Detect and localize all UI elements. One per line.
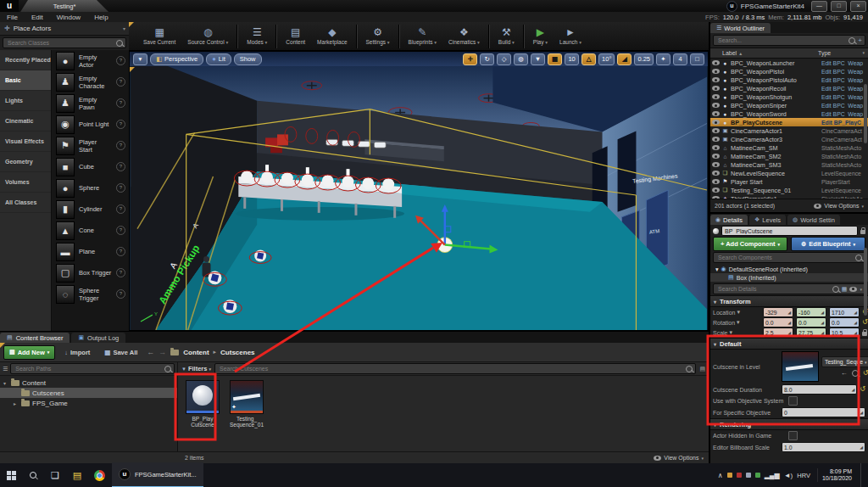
perspective-button[interactable]: ◧Perspective xyxy=(150,53,203,65)
twisty-icon[interactable]: ▸ xyxy=(14,400,19,406)
add-component-button[interactable]: + Add Component▾ xyxy=(713,237,787,251)
create-actor-icon[interactable]: + xyxy=(858,36,862,44)
tree-item-cutscenes[interactable]: Cutscenes xyxy=(0,388,177,398)
category-volumes[interactable]: Volumes xyxy=(0,172,51,193)
tab-world-settings[interactable]: ◍ World Settin xyxy=(787,215,840,225)
outliner-row[interactable]: ●BP_PlayCutsceneEdit BP_PlayC xyxy=(710,118,868,126)
breadcrumb-cutscenes[interactable]: Cutscenes xyxy=(220,349,254,356)
visibility-eye-icon[interactable] xyxy=(712,128,720,133)
outliner-row[interactable]: ✦ThirdPersonIdle1SkeletalMeshAc xyxy=(710,194,868,199)
asset-tile-testing_sequence_01[interactable]: ✦Testing_Sequence_01 xyxy=(229,380,264,428)
visibility-eye-icon[interactable] xyxy=(712,94,720,99)
search-components-input[interactable] xyxy=(716,254,853,261)
actor-name-field[interactable] xyxy=(721,226,858,236)
section-transform[interactable]: ▾Transform xyxy=(710,295,868,307)
visibility-eye-icon[interactable] xyxy=(712,137,720,142)
add-new-button[interactable]: ▤ Add New ▾ xyxy=(3,345,55,360)
outliner-row[interactable]: ●BPC_WeaponShotgunEdit BPC_Weap xyxy=(710,92,868,101)
chrome-icon[interactable] xyxy=(88,463,110,487)
edit-blueprint-link[interactable]: Edit BPC_Weap xyxy=(821,86,868,92)
section-default[interactable]: ▾Default xyxy=(710,338,868,350)
forward-icon[interactable]: → xyxy=(159,348,166,356)
scale-mode-button[interactable]: ◇ xyxy=(497,53,511,65)
edit-blueprint-link[interactable]: Edit BPC_Weap xyxy=(821,103,868,109)
actor-hidden-checkbox[interactable] xyxy=(788,431,798,440)
settings-button[interactable]: ⚙Settings ▾ xyxy=(360,23,396,50)
rotation-z-field[interactable]: 0.0◢ xyxy=(829,317,860,327)
tray-expand-icon[interactable]: ∧ xyxy=(718,472,723,479)
start-button[interactable] xyxy=(0,463,22,487)
camera-speed-icon[interactable]: ✦ xyxy=(656,53,670,65)
visibility-eye-icon[interactable] xyxy=(712,120,720,125)
back-icon[interactable]: ← xyxy=(147,348,154,356)
import-button[interactable]: ↓ Import xyxy=(59,346,95,359)
scale-snap-icon[interactable]: ◢ xyxy=(617,53,632,65)
tree-item-fps_game[interactable]: ▸FPS_Game xyxy=(0,398,177,408)
outliner-view-options-button[interactable]: View Options ▾ xyxy=(814,203,864,209)
grid-snap-value[interactable]: 10 xyxy=(565,53,579,65)
category-visual-effects[interactable]: Visual Effects xyxy=(0,132,51,152)
play-button[interactable]: ▶Play ▾ xyxy=(527,23,554,50)
outliner-row[interactable]: ⚑Player StartPlayerStart xyxy=(710,177,868,186)
tab-output-log[interactable]: ▣ Output Log xyxy=(71,333,125,343)
visibility-eye-icon[interactable] xyxy=(712,86,720,91)
reset-icon[interactable]: ↺ xyxy=(860,386,865,393)
maximize-viewport-button[interactable]: □ xyxy=(690,53,704,65)
visibility-eye-icon[interactable] xyxy=(712,154,720,159)
taskbar-clock[interactable]: 8:09 PM 10/18/2020 xyxy=(817,468,856,482)
place-actor-item[interactable]: ◌Sphere Trigger? xyxy=(52,283,129,305)
category-lights[interactable]: Lights xyxy=(0,91,51,111)
viewport[interactable]: ATM Testing Machines A A Ammo Pickup xyxy=(129,51,709,331)
search-paths-box[interactable] xyxy=(10,363,175,374)
visibility-eye-icon[interactable] xyxy=(712,196,720,199)
edit-blueprint-link[interactable]: Edit BPC_Weap xyxy=(821,60,868,66)
visibility-eye-icon[interactable] xyxy=(712,162,720,167)
menu-window[interactable]: Window xyxy=(50,14,87,21)
for-specific-objective-field[interactable]: 0◢ xyxy=(782,407,865,417)
place-actor-item[interactable]: ♟Empty Pawn? xyxy=(52,92,129,114)
taskbar-search-icon[interactable] xyxy=(22,463,44,487)
lock-icon[interactable] xyxy=(860,230,865,234)
search-details-box[interactable]: ▦ ▾ xyxy=(713,283,865,294)
taskbar-app-unreal[interactable]: u FPSGameStarterKit... xyxy=(112,462,203,487)
cinematics-button[interactable]: ❖Cinematics ▾ xyxy=(442,23,486,50)
place-actors-search-input[interactable] xyxy=(6,39,114,47)
edit-blueprint-link[interactable]: Edit BPC_Weap xyxy=(821,111,868,117)
minimize-button[interactable]: — xyxy=(811,1,827,12)
outliner-row[interactable]: ●BPC_WeaponPistolAutoEdit BPC_Weap xyxy=(710,76,868,84)
tray-icon[interactable] xyxy=(755,473,760,478)
menu-file[interactable]: File xyxy=(0,14,25,21)
tree-item-content[interactable]: ▾Content xyxy=(0,378,177,388)
place-actor-item[interactable]: ▢Box Trigger? xyxy=(52,262,129,283)
place-actors-search[interactable] xyxy=(3,37,126,48)
viewport-options-button[interactable]: ▾ xyxy=(133,53,147,65)
cutscene-thumbnail[interactable] xyxy=(782,351,819,382)
reset-icon[interactable]: ↺ xyxy=(863,370,868,377)
twisty-icon[interactable]: ▾ xyxy=(3,380,8,386)
place-actor-item[interactable]: ♟Empty Characte? xyxy=(52,71,129,92)
outliner-row[interactable]: ▣CineCameraActor1CineCameraAct xyxy=(710,126,868,135)
place-actor-item[interactable]: ◉Point Light? xyxy=(52,114,129,135)
category-basic[interactable]: Basic xyxy=(0,70,51,91)
explorer-icon[interactable]: ▤ xyxy=(66,463,88,487)
eye-icon[interactable] xyxy=(849,287,857,292)
edit-blueprint-link[interactable]: Edit BPC_Weap xyxy=(821,77,868,83)
visibility-eye-icon[interactable] xyxy=(712,111,720,116)
search-assets-input[interactable] xyxy=(218,365,683,372)
component-row[interactable]: ▾◉DefaultSceneRoot (Inherited) xyxy=(710,265,868,273)
source-control-button[interactable]: ◍Source Control ▾ xyxy=(181,23,234,50)
scale-x-field[interactable]: 2.5◢ xyxy=(763,327,793,338)
visibility-eye-icon[interactable] xyxy=(712,60,720,65)
visibility-eye-icon[interactable] xyxy=(712,188,720,193)
panel-toggle-icon[interactable]: ▤ xyxy=(699,366,705,372)
search-details-input[interactable] xyxy=(716,285,830,293)
build-button[interactable]: ⚒Build ▾ xyxy=(492,23,520,50)
category-all-classes[interactable]: All Classes xyxy=(0,193,51,213)
tray-icon[interactable] xyxy=(727,473,732,478)
outliner-row[interactable]: ⌂MatineeCam_SMStaticMeshActo xyxy=(710,143,868,152)
tab-levels[interactable]: ❖ Levels xyxy=(749,215,786,225)
visibility-eye-icon[interactable] xyxy=(712,145,720,150)
outliner-row[interactable]: ●BPC_WeaponLauncherEdit BPC_Weap xyxy=(710,59,868,67)
tab-world-outliner[interactable]: ☰ World Outliner xyxy=(710,23,771,33)
place-actor-item[interactable]: ▮Cylinder? xyxy=(52,199,129,220)
